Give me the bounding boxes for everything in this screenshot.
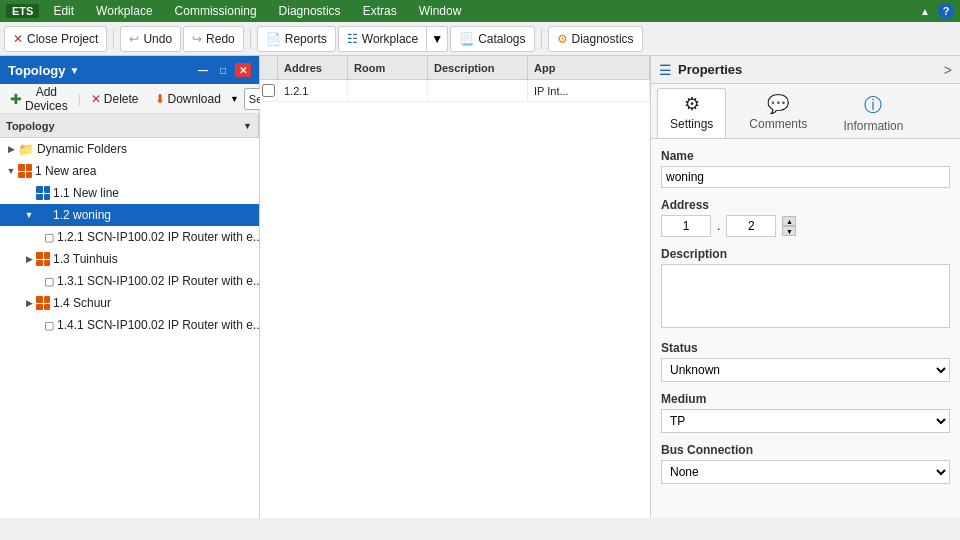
titlebar-menu-extras[interactable]: Extras bbox=[355, 2, 405, 20]
comments-tab-label: Comments bbox=[749, 117, 807, 131]
diagnostics-button[interactable]: ⚙ Diagnostics bbox=[548, 26, 643, 52]
topology-col-header: Topology ▼ bbox=[0, 114, 259, 137]
properties-content: Name Address . ▲ ▼ Description Status Un bbox=[651, 139, 960, 518]
tree-item-tuinhuis-device[interactable]: ▢ 1.3.1 SCN-IP100.02 IP Router with e... bbox=[0, 270, 259, 292]
redo-label: Redo bbox=[206, 32, 235, 46]
address-spinner: ▲ ▼ bbox=[782, 216, 796, 236]
medium-select[interactable]: TP IP RF bbox=[661, 409, 950, 433]
help-icon[interactable]: ? bbox=[938, 3, 954, 19]
titlebar-menu-window[interactable]: Window bbox=[411, 2, 470, 20]
panel-minimize-icon[interactable]: — bbox=[195, 63, 211, 77]
tree-item-schuur-device[interactable]: ▢ 1.4.1 SCN-IP100.02 IP Router with e... bbox=[0, 314, 259, 336]
properties-collapse-icon[interactable]: > bbox=[944, 62, 952, 78]
download-button[interactable]: ⬇ Download bbox=[149, 87, 227, 111]
schuur-label: 1.4 Schuur bbox=[53, 296, 111, 310]
topology-col-sort-icon[interactable]: ▼ bbox=[243, 121, 252, 131]
tree-item-woning-device[interactable]: ▢ 1.2.1 SCN-IP100.02 IP Router with e... bbox=[0, 226, 259, 248]
undo-button[interactable]: ↩ Undo bbox=[120, 26, 181, 52]
tree-item-woning[interactable]: ▼ 1.2 woning bbox=[0, 204, 259, 226]
address-row: . ▲ ▼ bbox=[661, 215, 950, 237]
settings-tab-icon: ⚙ bbox=[684, 93, 700, 115]
properties-header: ☰ Properties > bbox=[651, 56, 960, 84]
tree-item-schuur[interactable]: ▶ 1.4 Schuur bbox=[0, 292, 259, 314]
reports-icon: 📄 bbox=[266, 32, 281, 46]
expand-schuur-icon[interactable]: ▶ bbox=[22, 298, 36, 308]
expand-new-area-icon[interactable]: ▼ bbox=[4, 166, 18, 176]
address-label: Address bbox=[661, 198, 950, 212]
status-label: Status bbox=[661, 341, 950, 355]
minimize-icon[interactable]: ▲ bbox=[920, 6, 930, 17]
tree-item-new-area[interactable]: ▼ 1 New area bbox=[0, 160, 259, 182]
delete-button[interactable]: ✕ Delete bbox=[85, 87, 145, 111]
delete-label: Delete bbox=[104, 92, 139, 106]
add-devices-label: Add Devices bbox=[25, 85, 68, 113]
woning-device-label: 1.2.1 SCN-IP100.02 IP Router with e... bbox=[57, 230, 259, 244]
line-grid-icon bbox=[36, 186, 50, 200]
row-app: IP Int... bbox=[528, 80, 650, 101]
undo-label: Undo bbox=[143, 32, 172, 46]
download-dropdown: ⬇ Download ▼ bbox=[149, 87, 242, 111]
expand-dynamic-folders-icon[interactable]: ▶ bbox=[4, 144, 18, 154]
toolbar-separator-3 bbox=[541, 29, 542, 49]
properties-panel-icon: ☰ bbox=[659, 62, 672, 78]
table-row[interactable]: 1.2.1 IP Int... bbox=[260, 80, 650, 102]
titlebar-menu-edit[interactable]: Edit bbox=[45, 2, 82, 20]
titlebar-menu-commissioning[interactable]: Commissioning bbox=[167, 2, 265, 20]
description-label: Description bbox=[661, 247, 950, 261]
ets-badge: ETS bbox=[6, 4, 39, 18]
catalogs-label: Catalogs bbox=[478, 32, 525, 46]
status-select[interactable]: Unknown Active Inactive bbox=[661, 358, 950, 382]
delete-icon: ✕ bbox=[91, 92, 101, 106]
redo-button[interactable]: ↪ Redo bbox=[183, 26, 244, 52]
name-input[interactable] bbox=[661, 166, 950, 188]
close-project-icon: ✕ bbox=[13, 32, 23, 46]
bus-connection-select[interactable]: None IP TP bbox=[661, 460, 950, 484]
tree-item-new-line[interactable]: 1.1 New line bbox=[0, 182, 259, 204]
tree-item-dynamic-folders[interactable]: ▶ 📁 Dynamic Folders bbox=[0, 138, 259, 160]
spin-down-button[interactable]: ▼ bbox=[782, 226, 796, 236]
expand-tuinhuis-icon[interactable]: ▶ bbox=[22, 254, 36, 264]
workplace-button[interactable]: ☷ Workplace bbox=[338, 26, 427, 52]
expand-woning-icon[interactable]: ▼ bbox=[22, 210, 36, 220]
row-checkbox[interactable] bbox=[260, 80, 278, 101]
topology-table-header: Topology ▼ bbox=[0, 114, 259, 138]
app-col-header: App bbox=[528, 56, 650, 79]
tab-settings[interactable]: ⚙ Settings bbox=[657, 88, 726, 138]
address-input-1[interactable] bbox=[661, 215, 711, 237]
properties-panel: ☰ Properties > ⚙ Settings 💬 Comments ⓘ I… bbox=[650, 56, 960, 518]
panel-restore-icon[interactable]: □ bbox=[215, 63, 231, 77]
diagnostics-icon: ⚙ bbox=[557, 32, 568, 46]
workplace-icon: ☷ bbox=[347, 32, 358, 46]
spin-up-button[interactable]: ▲ bbox=[782, 216, 796, 226]
description-textarea[interactable] bbox=[661, 264, 950, 328]
reports-label: Reports bbox=[285, 32, 327, 46]
area-grid-icon bbox=[18, 164, 32, 178]
download-icon: ⬇ bbox=[155, 92, 165, 106]
download-label: Download bbox=[168, 92, 221, 106]
reports-button[interactable]: 📄 Reports bbox=[257, 26, 336, 52]
name-label: Name bbox=[661, 149, 950, 163]
workplace-dropdown-arrow[interactable]: ▼ bbox=[427, 26, 448, 52]
address-input-2[interactable] bbox=[726, 215, 776, 237]
topology-dropdown-arrow[interactable]: ▼ bbox=[70, 65, 80, 76]
schuur-device-label: 1.4.1 SCN-IP100.02 IP Router with e... bbox=[57, 318, 259, 332]
panel-close-icon[interactable]: ✕ bbox=[235, 63, 251, 77]
add-devices-button[interactable]: ✚ Add Devices bbox=[4, 87, 74, 111]
tab-information[interactable]: ⓘ Information bbox=[830, 88, 916, 138]
toolbar-separator-2 bbox=[250, 29, 251, 49]
address-col-header: Addres bbox=[278, 56, 348, 79]
tuinhuis-label: 1.3 Tuinhuis bbox=[53, 252, 118, 266]
tree-item-tuinhuis[interactable]: ▶ 1.3 Tuinhuis bbox=[0, 248, 259, 270]
row-room bbox=[348, 80, 428, 101]
comments-tab-icon: 💬 bbox=[767, 93, 789, 115]
download-dropdown-arrow[interactable]: ▼ bbox=[227, 92, 242, 106]
titlebar-menu-diagnostics[interactable]: Diagnostics bbox=[271, 2, 349, 20]
tab-comments[interactable]: 💬 Comments bbox=[736, 88, 820, 138]
close-project-button[interactable]: ✕ Close Project bbox=[4, 26, 107, 52]
row-checkbox-input[interactable] bbox=[262, 84, 275, 97]
titlebar-menu-workplace[interactable]: Workplace bbox=[88, 2, 160, 20]
workplace-label: Workplace bbox=[362, 32, 418, 46]
room-col-header: Room bbox=[348, 56, 428, 79]
information-tab-label: Information bbox=[843, 119, 903, 133]
catalogs-button[interactable]: 📃 Catalogs bbox=[450, 26, 534, 52]
